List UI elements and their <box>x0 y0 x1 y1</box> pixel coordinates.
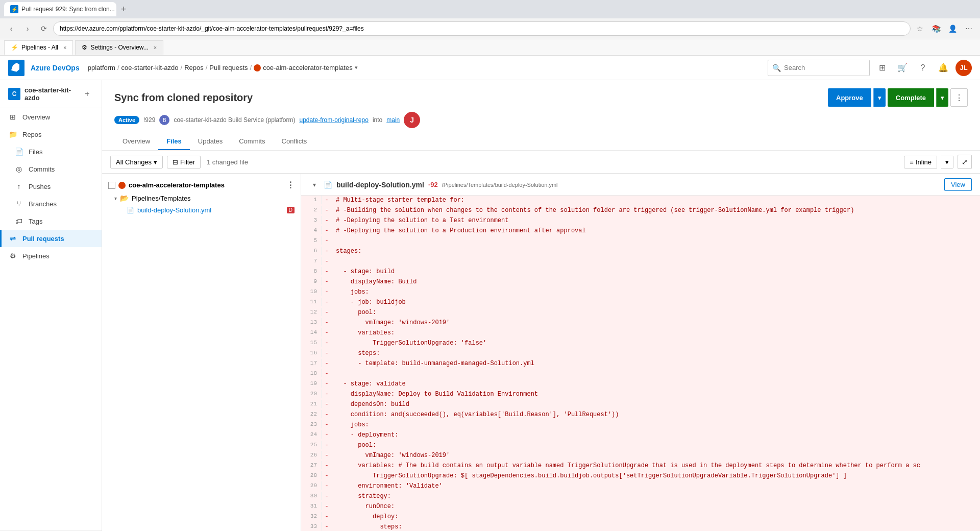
line-marker: - <box>322 359 332 368</box>
sidebar-item-pushes-label: Pushes <box>29 183 51 190</box>
line-code: deploy: <box>332 512 980 521</box>
diff-line: 30- strategy: <box>301 492 980 502</box>
line-number: 19 <box>301 379 322 388</box>
account-button[interactable]: 👤 <box>945 21 960 36</box>
sidebar-item-commits[interactable]: ◎ Commits <box>0 160 102 178</box>
notifications-button[interactable]: 🔔 <box>935 60 951 76</box>
settings-button[interactable]: ⋯ <box>962 21 976 36</box>
new-tab-button[interactable]: + <box>116 2 131 16</box>
tree-folder-pipelines[interactable]: ▾ 📂 Pipelines/Templates <box>102 192 301 204</box>
diff-line: 6-stages: <box>301 247 980 257</box>
tree-file-build-deploy[interactable]: 📄 build-deploy-Solution.yml D <box>102 204 301 216</box>
sidebar-item-overview[interactable]: ⊞ Overview <box>0 108 102 126</box>
diff-collapse-toggle[interactable]: ▾ <box>309 180 320 190</box>
pr-branch-into: into <box>373 116 382 124</box>
filter-button[interactable]: ⊟ Filter <box>167 156 201 168</box>
complete-button[interactable]: Complete <box>888 88 934 107</box>
more-options-button[interactable]: ⋮ <box>950 88 968 107</box>
view-file-button[interactable]: View <box>944 178 972 191</box>
complete-dropdown-button[interactable]: ▾ <box>936 88 948 107</box>
line-marker: - <box>322 298 332 307</box>
breadcrumb-pplatform[interactable]: pplatform <box>88 64 115 71</box>
tab-conflicts[interactable]: Conflicts <box>274 133 315 150</box>
pipelines-tab[interactable]: ⚡ Pipelines - All × <box>4 40 73 55</box>
add-project-button[interactable]: + <box>81 88 93 100</box>
user-avatar[interactable]: JL <box>955 60 972 76</box>
pr-actions: Approve ▾ Complete ▾ ⋮ <box>828 88 968 107</box>
diff-line: 33- steps: <box>301 522 980 531</box>
settings-tab-close[interactable]: × <box>154 44 157 51</box>
status-badge: Active <box>114 116 139 124</box>
help-button[interactable]: ? <box>915 60 931 76</box>
line-number: 24 <box>301 430 322 439</box>
sidebar-item-tags[interactable]: 🏷 Tags <box>0 212 102 230</box>
filter-label: Filter <box>180 158 195 166</box>
all-changes-dropdown[interactable]: All Changes ▾ <box>110 156 163 168</box>
breadcrumb-repos[interactable]: Repos <box>184 64 204 71</box>
line-number: 27 <box>301 461 322 469</box>
sidebar-item-pipelines[interactable]: ⚙ Pipelines <box>0 247 102 264</box>
diff-filepath: /Pipelines/Templates/build-deploy-Soluti… <box>442 182 558 188</box>
line-number: 32 <box>301 512 322 520</box>
search-input[interactable] <box>784 64 865 71</box>
tree-more-button[interactable]: ⋮ <box>286 180 295 190</box>
app-layout: C coe-starter-kit-azdo + ⊞ Overview 📁 Re… <box>0 80 980 531</box>
tab-commits[interactable]: Commits <box>231 133 273 150</box>
line-marker: - <box>322 451 332 460</box>
filter-icon: ⊟ <box>173 158 178 166</box>
line-marker: - <box>322 216 332 225</box>
pipelines-tab-close[interactable]: × <box>63 44 66 51</box>
sidebar-item-pushes[interactable]: ↑ Pushes <box>0 178 102 195</box>
tab-files[interactable]: Files <box>158 133 190 150</box>
line-marker: - <box>322 410 332 419</box>
line-marker: - <box>322 349 332 358</box>
forward-button[interactable]: › <box>20 21 35 36</box>
line-number: 15 <box>301 339 322 347</box>
line-number: 2 <box>301 206 322 214</box>
search-box[interactable]: 🔍 <box>768 60 870 76</box>
breadcrumb-project[interactable]: coe-starter-kit-azdo <box>121 64 179 71</box>
active-tab[interactable]: ⚡ Pull request 929: Sync from clon... × <box>4 2 116 16</box>
breadcrumb-dropdown-icon[interactable]: ▾ <box>355 64 358 71</box>
line-code: vmImage: 'windows-2019' <box>332 451 980 460</box>
tags-icon: 🏷 <box>14 216 23 226</box>
files-icon: 📄 <box>14 147 23 156</box>
line-marker: - <box>322 339 332 348</box>
address-bar[interactable] <box>53 21 911 36</box>
inline-dropdown-button[interactable]: ▾ <box>941 156 953 168</box>
pr-title: Sync from cloned repository <box>114 92 253 104</box>
pr-author: coe-starter-kit-azdo Build Service (ppla… <box>174 116 295 124</box>
diff-line: 22- condition: and(succeeded(), eq(varia… <box>301 410 980 420</box>
sidebar-item-pull-requests[interactable]: ⇌ Pull requests <box>0 230 102 247</box>
sidebar-item-files[interactable]: 📄 Files <box>0 143 102 160</box>
expand-button[interactable]: ⤢ <box>958 155 972 169</box>
file-tree: coe-alm-accelerator-templates ⋮ ▾ 📂 Pipe… <box>102 174 301 531</box>
pr-branch-to[interactable]: main <box>386 116 400 124</box>
back-button[interactable]: ‹ <box>4 21 18 36</box>
line-marker: - <box>322 441 332 450</box>
pr-header: Sync from cloned repository Approve ▾ Co… <box>102 80 980 151</box>
breadcrumb-prs[interactable]: Pull requests <box>209 64 248 71</box>
tab-overview[interactable]: Overview <box>114 133 158 150</box>
line-code <box>332 257 980 259</box>
line-code: - template: build-unmanaged-managed-Solu… <box>332 359 980 368</box>
tab-updates[interactable]: Updates <box>190 133 231 150</box>
sidebar-item-branches[interactable]: ⑂ Branches <box>0 195 102 212</box>
pipelines-tab-icon: ⚡ <box>11 44 18 51</box>
pr-branch-from[interactable]: update-from-original-repo <box>299 116 368 124</box>
approve-button[interactable]: Approve <box>828 88 871 107</box>
breadcrumb-repo-name[interactable]: coe-alm-accelerator-templates <box>263 64 353 71</box>
collections-button[interactable]: 📚 <box>929 21 943 36</box>
line-number: 10 <box>301 287 322 296</box>
basket-button[interactable]: 🛒 <box>894 60 911 76</box>
line-code: - stage: build <box>332 267 980 276</box>
favorites-button[interactable]: ☆ <box>913 21 927 36</box>
sidebar-item-repos[interactable]: 📁 Repos <box>0 126 102 143</box>
diff-line: 21- dependsOn: build <box>301 400 980 410</box>
approve-dropdown-button[interactable]: ▾ <box>873 88 886 107</box>
refresh-button[interactable]: ⟳ <box>37 21 51 36</box>
settings-tab[interactable]: ⚙ Settings - Overview... × <box>75 40 163 55</box>
tree-root-checkbox[interactable] <box>108 182 115 189</box>
grid-view-button[interactable]: ⊞ <box>874 60 890 76</box>
inline-view-button[interactable]: ≡ Inline <box>904 156 937 168</box>
